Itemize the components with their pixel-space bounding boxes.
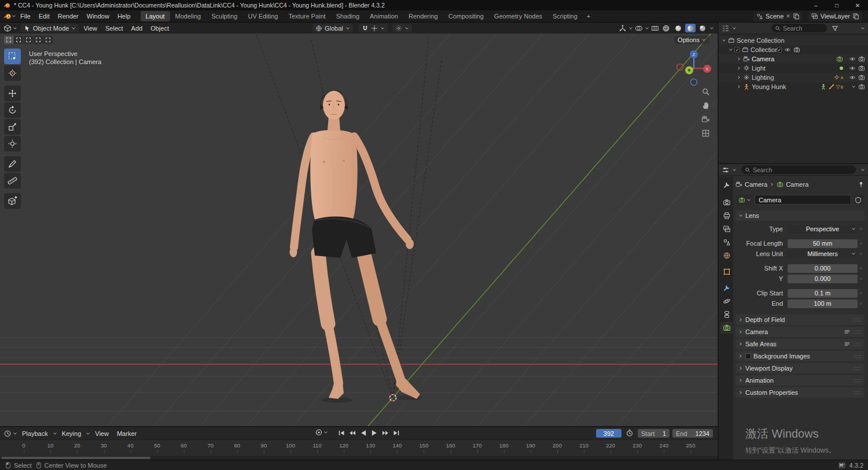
mode-dropdown[interactable]: Object Mode <box>21 24 79 32</box>
shift-x-field[interactable]: 0.000 <box>788 264 858 273</box>
blender-menu-icon[interactable] <box>3 12 12 20</box>
keying-menu[interactable]: Keying <box>58 430 85 438</box>
drag-grip-icon[interactable]: :::: <box>854 378 862 383</box>
scene-selector[interactable]: Scene ✕ <box>753 12 803 21</box>
tab-scripting[interactable]: Scripting <box>547 11 583 21</box>
tab-sculpting[interactable]: Sculpting <box>206 11 242 21</box>
presets-icon[interactable] <box>844 341 851 347</box>
add-cube-tool[interactable] <box>4 193 21 209</box>
animate-dot[interactable] <box>858 228 865 230</box>
animate-dot[interactable] <box>858 302 865 305</box>
tab-world[interactable] <box>720 250 733 261</box>
timeline-editor-icon[interactable] <box>3 430 12 438</box>
stopwatch-icon[interactable] <box>626 429 634 437</box>
menu-render[interactable]: Render <box>54 12 83 21</box>
eye-icon[interactable] <box>849 55 856 62</box>
eye-icon[interactable] <box>849 65 856 72</box>
disclosure-icon[interactable] <box>722 38 726 43</box>
next-keyframe-button[interactable] <box>381 429 390 437</box>
jump-to-end-button[interactable] <box>392 429 401 437</box>
editor-type-icon[interactable] <box>3 24 12 32</box>
maximize-button[interactable]: □ <box>826 0 847 10</box>
viewport-menu-select[interactable]: Select <box>102 24 127 32</box>
tab-animation[interactable]: Animation <box>365 11 403 21</box>
animate-dot[interactable] <box>858 292 865 294</box>
tab-physics[interactable] <box>720 295 733 307</box>
viewlayer-selector[interactable]: ViewLayer <box>808 12 862 21</box>
section-camera[interactable]: Camera :::: <box>735 327 865 337</box>
current-frame-field[interactable]: 392 <box>596 429 621 438</box>
navigation-gizmo[interactable]: Z X <box>672 47 715 90</box>
render-visibility-icon[interactable] <box>793 46 800 53</box>
marker-menu[interactable]: Marker <box>113 430 140 438</box>
breadcrumb-data[interactable]: Camera <box>786 181 808 188</box>
select-extend-button[interactable] <box>14 36 23 44</box>
properties-search[interactable] <box>741 165 856 174</box>
disclosure-icon[interactable] <box>737 66 741 71</box>
tab-tool[interactable] <box>720 179 733 191</box>
background-images-checkbox[interactable] <box>745 353 751 359</box>
shading-solid-button[interactable] <box>673 24 683 32</box>
outliner-row-young-hunk[interactable]: Young Hunk ▽ 8 <box>719 82 868 91</box>
tab-render[interactable] <box>720 197 733 208</box>
transform-tool[interactable] <box>4 136 21 151</box>
shading-rendered-button[interactable] <box>697 24 708 32</box>
fake-user-button[interactable] <box>853 195 863 205</box>
focal-length-field[interactable]: 50 mm <box>788 239 858 248</box>
tab-uv-editing[interactable]: UV Editing <box>242 11 283 21</box>
outliner-row-light[interactable]: Light <box>719 64 868 73</box>
tab-constraints[interactable] <box>720 309 733 320</box>
browse-camera-dropdown[interactable] <box>737 195 753 205</box>
breadcrumb-object[interactable]: Camera <box>745 181 767 188</box>
filter-icon[interactable] <box>832 25 838 32</box>
new-viewlayer-icon[interactable] <box>852 13 859 20</box>
tab-view-layer[interactable] <box>720 223 733 235</box>
snapping-toggle[interactable] <box>359 24 388 32</box>
clip-start-field[interactable]: 0.1 m <box>788 289 858 298</box>
pan-hand-icon[interactable] <box>701 101 710 110</box>
tab-modifiers[interactable] <box>720 282 733 294</box>
outliner-row-scene-collection[interactable]: Scene Collection <box>719 36 868 45</box>
frame-start-field[interactable]: Start 1 <box>638 429 670 438</box>
drag-grip-icon[interactable]: :::: <box>854 353 862 359</box>
render-visibility-icon[interactable] <box>858 65 865 72</box>
section-depth-of-field[interactable]: Depth of Field :::: <box>735 314 865 325</box>
cursor-tool[interactable] <box>4 65 21 81</box>
clip-end-field[interactable]: 100 m <box>788 299 858 308</box>
tab-modeling[interactable]: Modeling <box>170 11 207 21</box>
outliner-row-camera[interactable]: Camera <box>719 54 868 64</box>
eye-icon[interactable] <box>849 74 856 81</box>
new-scene-icon[interactable] <box>793 13 800 20</box>
data-name-input[interactable] <box>755 195 851 205</box>
shading-material-button[interactable] <box>685 24 696 32</box>
lens-type-dropdown[interactable]: Perspective <box>788 225 858 234</box>
toggle-xray-icon[interactable] <box>651 24 659 32</box>
scrollbar-thumb[interactable] <box>1 457 150 459</box>
render-visibility-icon[interactable] <box>858 83 865 90</box>
animate-dot[interactable] <box>858 277 865 280</box>
playback-menu[interactable]: Playback <box>19 430 52 438</box>
drag-grip-icon[interactable]: :::: <box>854 329 862 335</box>
annotate-tool[interactable] <box>4 156 21 172</box>
camera-view-icon[interactable] <box>701 115 710 124</box>
tab-object[interactable] <box>720 266 733 277</box>
animate-dot[interactable] <box>858 253 865 255</box>
scale-tool[interactable] <box>4 119 21 135</box>
toggle-ortho-icon[interactable] <box>701 129 710 138</box>
lens-unit-dropdown[interactable]: Millimeters <box>788 250 858 258</box>
options-dropdown[interactable]: Options <box>674 36 709 44</box>
unlink-scene-icon[interactable]: ✕ <box>786 13 790 19</box>
animate-dot[interactable] <box>858 267 865 269</box>
select-set-button[interactable] <box>4 36 13 44</box>
tab-output[interactable] <box>720 210 733 221</box>
jump-to-start-button[interactable] <box>337 429 346 437</box>
select-subtract-button[interactable] <box>24 36 33 44</box>
exclude-checkbox[interactable]: ✓ <box>777 47 782 53</box>
disclosure-icon[interactable] <box>737 75 741 80</box>
viewport-menu-view[interactable]: View <box>80 24 101 32</box>
outliner-search[interactable] <box>771 24 827 32</box>
close-button[interactable]: ✕ <box>847 0 868 10</box>
tab-layout[interactable]: Layout <box>141 11 170 21</box>
outliner-row-lighting[interactable]: Lighting 4 <box>719 73 868 82</box>
tab-rendering[interactable]: Rendering <box>403 11 443 21</box>
